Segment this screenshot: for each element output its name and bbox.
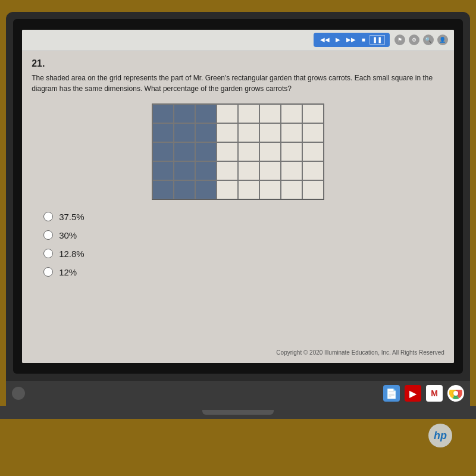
grid-cell — [302, 123, 324, 142]
screen-content: ◀◀ ▶ ▶▶ ■ ❚❚ ⚑ ⚙ 🔍 👤 21. The shaded area… — [22, 30, 454, 363]
choice-b-label: 30% — [59, 230, 77, 240]
grid-cell — [217, 104, 238, 123]
grid-cell — [281, 142, 302, 161]
choice-b[interactable]: 30% — [43, 230, 444, 240]
copyright-text: Copyright © 2020 Illuminate Education, I… — [32, 343, 444, 356]
grid-cell — [174, 142, 195, 161]
grid-cell — [281, 104, 302, 123]
radio-a[interactable] — [43, 212, 53, 221]
hp-logo: hp — [428, 424, 452, 447]
choice-c-label: 12.8% — [59, 249, 84, 259]
grid-cell — [152, 161, 174, 180]
grid-cell — [281, 180, 302, 199]
search-icon[interactable]: 🔍 — [423, 35, 434, 45]
stop-button[interactable]: ■ — [360, 36, 367, 44]
flag-icon[interactable]: ⚑ — [394, 35, 405, 45]
user-icon[interactable]: 👤 — [437, 35, 448, 45]
laptop-notch — [202, 410, 274, 415]
media-controls: ◀◀ ▶ ▶▶ ■ ❚❚ — [314, 33, 390, 47]
grid-cell — [174, 161, 195, 180]
answer-choices: 37.5% 30% 12.8% 12% — [32, 212, 444, 277]
hp-logo-area: hp — [6, 419, 470, 452]
grid-cell — [259, 123, 281, 142]
chrome-app[interactable] — [447, 385, 464, 402]
grid-cell — [217, 180, 238, 199]
choice-a-label: 37.5% — [59, 212, 84, 222]
question-number: 21. — [32, 58, 444, 69]
radio-c[interactable] — [43, 249, 53, 258]
laptop-screen: ◀◀ ▶ ▶▶ ■ ❚❚ ⚑ ⚙ 🔍 👤 21. The shaded area… — [6, 12, 470, 381]
garden-grid — [152, 104, 324, 200]
radio-b[interactable] — [43, 230, 53, 240]
grid-cell — [217, 142, 238, 161]
grid-cell — [259, 142, 281, 161]
forward-button[interactable]: ▶▶ — [345, 36, 358, 44]
choice-a[interactable]: 37.5% — [43, 212, 444, 222]
grid-cell — [238, 180, 259, 199]
files-app[interactable]: 📄 — [383, 385, 400, 402]
grid-cell — [302, 180, 324, 199]
grid-container — [32, 104, 444, 200]
grid-cell — [302, 142, 324, 161]
grid-cell — [152, 104, 174, 123]
grid-cell — [174, 123, 195, 142]
grid-cell — [195, 123, 217, 142]
grid-cell — [302, 104, 324, 123]
grid-cell — [152, 180, 174, 199]
grid-cell — [217, 123, 238, 142]
grid-cell — [281, 161, 302, 180]
grid-cell — [302, 161, 324, 180]
taskbar: 📄 ▶ M — [6, 381, 470, 406]
laptop-base — [0, 406, 476, 419]
grid-cell — [259, 161, 281, 180]
radio-d[interactable] — [43, 267, 53, 277]
pause-button[interactable]: ❚❚ — [369, 35, 385, 45]
main-content: 21. The shaded area on the grid represen… — [22, 51, 454, 363]
toolbar: ◀◀ ▶ ▶▶ ■ ❚❚ ⚑ ⚙ 🔍 👤 — [22, 30, 454, 51]
grid-cell — [174, 180, 195, 199]
grid-cell — [238, 142, 259, 161]
settings-icon[interactable]: ⚙ — [409, 35, 419, 45]
grid-cell — [152, 123, 174, 142]
grid-cell — [217, 161, 238, 180]
grid-cell — [238, 161, 259, 180]
grid-cell — [281, 123, 302, 142]
grid-cell — [195, 104, 217, 123]
choice-d-label: 12% — [59, 267, 77, 277]
grid-cell — [259, 104, 281, 123]
play-button[interactable]: ▶ — [334, 36, 342, 44]
grid-cell — [238, 123, 259, 142]
toolbar-icons: ⚑ ⚙ 🔍 👤 — [394, 35, 448, 45]
gmail-app[interactable]: M — [426, 385, 443, 402]
screen-bezel: ◀◀ ▶ ▶▶ ■ ❚❚ ⚑ ⚙ 🔍 👤 21. The shaded area… — [13, 19, 463, 374]
choice-d[interactable]: 12% — [43, 267, 444, 277]
taskbar-circle — [12, 387, 25, 400]
grid-cell — [259, 180, 281, 199]
youtube-app[interactable]: ▶ — [405, 385, 421, 402]
grid-cell — [174, 104, 195, 123]
grid-cell — [152, 142, 174, 161]
grid-cell — [195, 180, 217, 199]
rewind-button[interactable]: ◀◀ — [318, 36, 331, 44]
question-text: The shaded area on the grid represents t… — [32, 73, 444, 94]
grid-cell — [195, 161, 217, 180]
grid-cell — [195, 142, 217, 161]
svg-point-2 — [453, 391, 458, 396]
grid-cell — [238, 104, 259, 123]
choice-c[interactable]: 12.8% — [43, 249, 444, 259]
